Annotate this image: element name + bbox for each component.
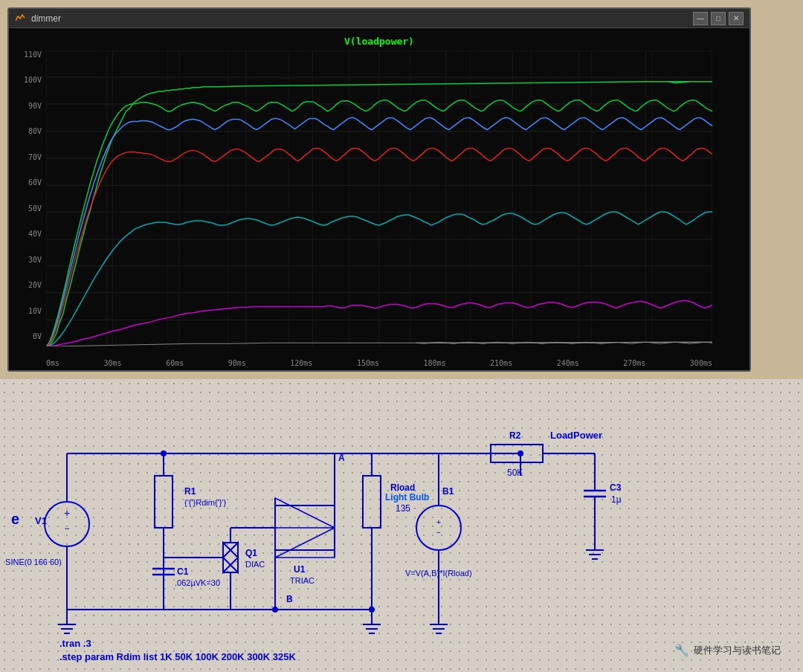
chart-svg [46, 51, 712, 346]
y-label-90: 90V [28, 102, 42, 110]
y-label-10: 10V [28, 307, 42, 315]
titlebar: dimmer — □ ✕ [9, 9, 749, 28]
svg-text:B: B [286, 594, 293, 604]
window-controls[interactable]: — □ ✕ [693, 12, 744, 25]
y-axis: 110V 100V 90V 80V 70V 60V 50V 40V 30V 20… [9, 51, 45, 340]
watermark: 🔧 硬件学习与读书笔记 [674, 643, 781, 657]
svg-text:A: A [338, 453, 345, 463]
svg-point-81 [416, 505, 461, 550]
x-label-270: 270ms [623, 359, 645, 367]
y-label-20: 20V [28, 281, 42, 289]
svg-text:+: + [436, 517, 441, 526]
title-left: dimmer [15, 13, 61, 25]
x-label-240: 240ms [557, 359, 579, 367]
y-label-100: 100V [24, 76, 42, 84]
svg-text:135: 135 [396, 503, 410, 514]
svg-text:TRIAC: TRIAC [290, 576, 315, 585]
svg-text:R2: R2 [509, 430, 521, 441]
svg-text:V=V(A,B)*I(Rload): V=V(A,B)*I(Rload) [405, 569, 472, 578]
svg-text:C1: C1 [177, 566, 189, 577]
x-label-90: 90ms [228, 359, 246, 367]
y-label-60: 60V [28, 178, 42, 187]
svg-text:{'{'}Rdim{'}'}: {'{'}Rdim{'}'} [184, 498, 226, 507]
schematic-area: + − V1 SINE(0 166 60) R1 {'{'}Rdim{'}'} [0, 379, 803, 672]
svg-text:U1: U1 [294, 564, 306, 575]
x-label-150: 150ms [357, 359, 379, 367]
y-label-110: 110V [24, 51, 42, 59]
close-button[interactable]: ✕ [729, 12, 744, 25]
svg-marker-49 [223, 543, 238, 572]
svg-text:Rload: Rload [390, 482, 415, 493]
svg-text:V1: V1 [35, 515, 47, 526]
x-label-60: 60ms [166, 359, 184, 367]
svg-text:e: e [11, 511, 19, 527]
y-label-40: 40V [28, 230, 42, 238]
x-label-30: 30ms [104, 359, 122, 367]
svg-text:R1: R1 [184, 486, 196, 497]
watermark-icon: 🔧 [674, 643, 689, 657]
y-label-0: 0V [33, 332, 42, 340]
svg-text:+: + [64, 507, 70, 519]
svg-text:Light Bulb: Light Bulb [385, 492, 429, 503]
maximize-button[interactable]: □ [711, 12, 726, 25]
x-axis: 0ms 30ms 60ms 90ms 120ms 150ms 180ms 210… [46, 359, 712, 367]
schematic-svg: + − V1 SINE(0 166 60) R1 {'{'}Rdim{'}'} [0, 379, 803, 672]
svg-text:DIAC: DIAC [245, 560, 265, 569]
svg-point-47 [161, 450, 167, 456]
svg-marker-50 [223, 543, 238, 572]
x-label-120: 120ms [290, 359, 312, 367]
minimize-button[interactable]: — [693, 12, 708, 25]
svg-text:.step param Rdim list 1K 50K 1: .step param Rdim list 1K 50K 100K 200K 3… [59, 651, 297, 662]
svg-text:LoadPower: LoadPower [550, 430, 602, 441]
svg-text:.tran .3: .tran .3 [59, 638, 91, 649]
svg-text:1µ: 1µ [611, 494, 622, 505]
svg-marker-65 [275, 528, 335, 558]
x-label-210: 210ms [490, 359, 512, 367]
svg-text:.062µVK=30: .062µVK=30 [175, 578, 220, 587]
x-label-0: 0ms [46, 359, 59, 367]
y-label-50: 50V [28, 204, 42, 213]
x-label-180: 180ms [423, 359, 445, 367]
x-label-300: 300ms [690, 359, 712, 367]
svg-rect-73 [363, 476, 381, 528]
svg-text:Q1: Q1 [245, 548, 257, 558]
svg-text:SINE(0 166 60): SINE(0 166 60) [5, 558, 62, 566]
svg-rect-36 [155, 476, 172, 528]
y-label-30: 30V [28, 256, 42, 264]
window-title: dimmer [31, 13, 61, 24]
chart-container: V(loadpower) 110V 100V 90V 80V 70V 60V 5… [9, 28, 749, 370]
y-label-70: 70V [28, 153, 42, 161]
simulator-window: dimmer — □ ✕ V(loadpower) 110V 100V 90V … [7, 7, 751, 372]
svg-marker-64 [275, 498, 335, 528]
y-label-80: 80V [28, 127, 42, 135]
svg-text:B1: B1 [442, 486, 454, 497]
chart-title: V(loadpower) [46, 36, 712, 47]
app-icon [15, 13, 27, 25]
svg-text:−: − [436, 529, 441, 537]
svg-text:C3: C3 [610, 482, 622, 493]
svg-text:−: − [64, 523, 69, 534]
watermark-text: 硬件学习与读书笔记 [694, 644, 781, 657]
